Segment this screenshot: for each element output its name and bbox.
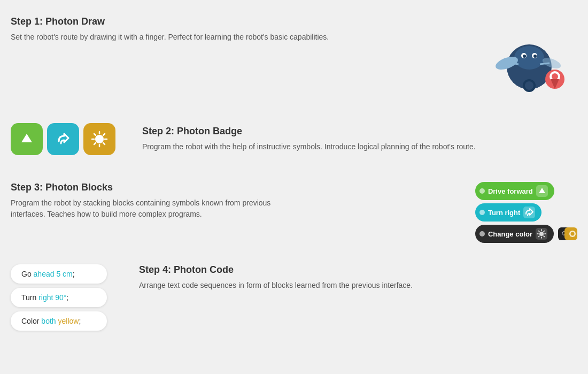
svg-point-4 (523, 55, 526, 58)
svg-point-1 (514, 46, 544, 70)
code-highlight-right: right 90° (38, 293, 66, 302)
robot-svg (470, 16, 577, 102)
step3-title: Step 3: Photon Blocks (11, 182, 305, 193)
svg-line-35 (539, 231, 540, 232)
code-highlight-both: both (41, 317, 56, 325)
badge-turn (47, 123, 79, 155)
page: Step 1: Photon Draw Set the robot's rout… (0, 0, 588, 347)
svg-line-15 (540, 63, 550, 64)
step2-icons (11, 123, 115, 155)
svg-line-38 (539, 236, 540, 237)
block-row-drive: Drive forward (475, 182, 577, 200)
svg-line-14 (510, 63, 519, 64)
badge-up-arrow (11, 123, 43, 155)
step1-desc: Set the robot's route by drawing it with… (11, 32, 329, 43)
block-dot (479, 231, 485, 236)
svg-line-24 (103, 134, 105, 135)
code-pill-go: Go ahead 5 cm; (11, 264, 107, 284)
block-row-turn: Turn right (475, 203, 577, 222)
change-color-icon (536, 228, 547, 240)
turn-right-block[interactable]: Turn right (475, 203, 541, 222)
step4-section: Go ahead 5 cm; Turn right 90°; Color bot… (11, 264, 577, 331)
drive-forward-block[interactable]: Drive forward (475, 182, 554, 200)
step2-section: Step 2: Photon Badge Program the robot w… (11, 123, 577, 155)
step3-text: Step 3: Photon Blocks Program the robot … (11, 182, 305, 220)
code-pill-turn: Turn right 90°; (11, 288, 107, 307)
svg-line-22 (94, 134, 96, 135)
step2-text: Step 2: Photon Badge Program the robot w… (142, 126, 476, 152)
svg-point-5 (533, 55, 537, 58)
step3-section: Step 3: Photon Blocks Program the robot … (11, 182, 577, 243)
step1-title: Step 1: Photon Draw (11, 16, 329, 27)
change-color-block[interactable]: Change color (475, 225, 554, 243)
step4-text: Step 4: Photon Code Arrange text code se… (139, 264, 413, 291)
svg-line-23 (103, 143, 105, 144)
step4-title: Step 4: Photon Code (139, 264, 413, 276)
turn-icon (55, 131, 72, 148)
svg-point-10 (552, 73, 558, 80)
extra-badge-icons: ☺ (558, 226, 577, 241)
blocks-container: Drive forward Turn right (475, 182, 577, 243)
block-dot (479, 188, 485, 194)
code-pills: Go ahead 5 cm; Turn right 90°; Color bot… (11, 264, 107, 331)
up-arrow-icon (18, 131, 35, 148)
step4-desc: Arrange text code sequences in form of b… (139, 280, 413, 291)
block-row-color: Change color (475, 225, 577, 243)
code-pill-color: Color both yellow; (11, 311, 107, 331)
sun-icon (90, 129, 109, 149)
drive-forward-label: Drive forward (488, 187, 533, 195)
turn-right-icon (523, 207, 535, 218)
change-color-label: Change color (488, 230, 532, 238)
svg-line-37 (544, 231, 545, 232)
code-highlight-ahead: ahead 5 cm (34, 270, 73, 278)
code-highlight-yellow: yellow (58, 317, 79, 325)
svg-line-36 (544, 236, 545, 237)
block-dot (479, 210, 485, 215)
step3-desc: Program the robot by stacking blocks con… (11, 197, 305, 220)
step1-text: Step 1: Photon Draw Set the robot's rout… (11, 16, 329, 43)
svg-point-17 (95, 135, 104, 143)
drive-forward-icon (536, 185, 548, 197)
robot-illustration (470, 16, 577, 102)
step2-desc: Program the robot with the help of instr… (142, 141, 476, 152)
badge-sun (83, 123, 115, 155)
svg-line-25 (94, 143, 96, 144)
turn-right-label: Turn right (488, 209, 520, 217)
svg-marker-16 (21, 134, 32, 142)
svg-point-30 (539, 232, 544, 236)
step2-title: Step 2: Photon Badge (142, 126, 476, 137)
svg-point-43 (571, 232, 575, 236)
svg-point-13 (525, 81, 533, 90)
step1-section: Step 1: Photon Draw Set the robot's rout… (11, 16, 577, 102)
svg-rect-28 (523, 207, 535, 218)
